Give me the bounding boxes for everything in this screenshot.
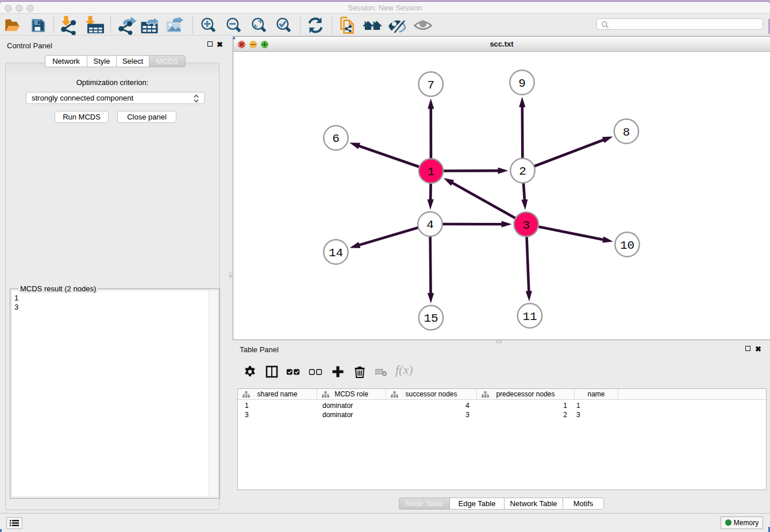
svg-text:2: 2	[519, 165, 526, 178]
svg-text:7: 7	[427, 79, 434, 92]
svg-text:6: 6	[332, 132, 340, 145]
svg-text:11: 11	[522, 310, 537, 323]
svg-text:8: 8	[623, 126, 630, 139]
svg-text:3: 3	[522, 219, 530, 232]
svg-text:1: 1	[428, 165, 435, 179]
svg-text:14: 14	[329, 246, 343, 260]
svg-text:10: 10	[620, 239, 634, 252]
svg-text:4: 4	[426, 218, 434, 232]
svg-text:15: 15	[424, 312, 438, 325]
svg-text:9: 9	[518, 77, 526, 90]
